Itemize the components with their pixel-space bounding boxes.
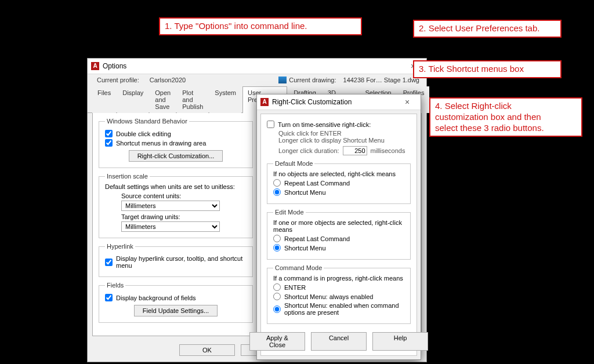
cmd-enter-radio[interactable]: ENTER xyxy=(273,283,404,291)
tab-plot-and-publish[interactable]: Plot and Publish xyxy=(177,86,208,113)
group-fields: Fields Display background of fields Fiel… xyxy=(99,282,253,323)
tab-display[interactable]: Display xyxy=(117,86,148,113)
apply-and-close-button[interactable]: Apply & Close xyxy=(249,332,305,351)
annotation-4: 4. Select Right-click customization box … xyxy=(429,97,582,137)
profile-value: Carlson2020 xyxy=(150,77,186,83)
group-command-mode: Command Mode If a command is in progress… xyxy=(267,264,411,324)
cmd-present-radio[interactable]: Shortcut Menu: enabled when command opti… xyxy=(273,302,404,316)
group-windows-standard-behavior: Windows Standard Behavior Double click e… xyxy=(99,118,253,168)
default-shortcut-radio[interactable]: Shortcut Menu xyxy=(273,188,404,196)
profile-label: Current profile: xyxy=(97,77,139,83)
group-edit-mode: Edit Mode If one or more objects are sel… xyxy=(267,209,411,260)
drawing-value: 144238 For… Stage 1.dwg xyxy=(343,77,419,83)
close-icon[interactable]: × xyxy=(397,97,417,107)
right-click-customization-dialog: A Right-Click Customization × Turn on ti… xyxy=(256,94,421,360)
options-title: Options xyxy=(103,62,403,70)
cmd-always-radio[interactable]: Shortcut Menu: always enabled xyxy=(273,293,404,300)
options-titlebar: A Options × xyxy=(88,59,426,74)
annotation-3: 3. Tick Shortcut menus box xyxy=(413,60,562,78)
hyperlink-cursor-checkbox[interactable]: Display hyperlink cursor, tooltip, and s… xyxy=(105,255,247,269)
edit-repeat-radio[interactable]: Repeat Last Command xyxy=(273,235,404,242)
group-default-mode: Default Mode If no objects are selected,… xyxy=(267,160,411,204)
right-click-customization-button[interactable]: Right-click Customization... xyxy=(129,150,223,162)
tab-open-and-save[interactable]: Open and Save xyxy=(150,86,176,113)
annotation-1: 1. Type "Options" into command line. xyxy=(159,17,362,35)
source-content-units-select[interactable]: Millimeters xyxy=(121,201,220,211)
default-repeat-radio[interactable]: Repeat Last Command xyxy=(273,179,404,187)
double-click-editing-checkbox[interactable]: Double click editing xyxy=(105,130,247,137)
ok-button[interactable]: OK xyxy=(179,344,235,356)
annotation-2: 2. Select User Preferences tab. xyxy=(413,20,562,38)
group-hyperlink: Hyperlink Display hyperlink cursor, tool… xyxy=(99,243,253,277)
display-background-of-fields-checkbox[interactable]: Display background of fields xyxy=(105,294,247,301)
field-update-settings-button[interactable]: Field Update Settings... xyxy=(134,305,218,316)
rcc-titlebar: A Right-Click Customization × xyxy=(257,94,421,110)
tab-system[interactable]: System xyxy=(209,86,241,113)
autocad-app-icon: A xyxy=(91,62,99,70)
rcc-help-button[interactable]: Help xyxy=(372,332,428,351)
edit-shortcut-radio[interactable]: Shortcut Menu xyxy=(273,244,404,252)
shortcut-menus-checkbox[interactable]: Shortcut menus in drawing area xyxy=(105,139,247,147)
time-sensitive-checkbox[interactable]: Turn on time-sensitive right-click: xyxy=(267,121,411,128)
group-insertion-scale: Insertion scale Default settings when un… xyxy=(99,173,253,238)
rcc-cancel-button[interactable]: Cancel xyxy=(311,332,367,351)
tab-files[interactable]: Files xyxy=(92,86,116,113)
drawing-icon xyxy=(278,77,287,83)
profile-row: Current profile: Carlson2020 Current dra… xyxy=(88,74,426,86)
longer-click-duration-input[interactable] xyxy=(343,146,367,155)
rcc-title: Right-Click Customization xyxy=(272,98,397,106)
target-drawing-units-select[interactable]: Millimeters xyxy=(121,221,220,232)
drawing-label: Current drawing: xyxy=(289,77,336,83)
autocad-app-icon: A xyxy=(260,98,269,106)
